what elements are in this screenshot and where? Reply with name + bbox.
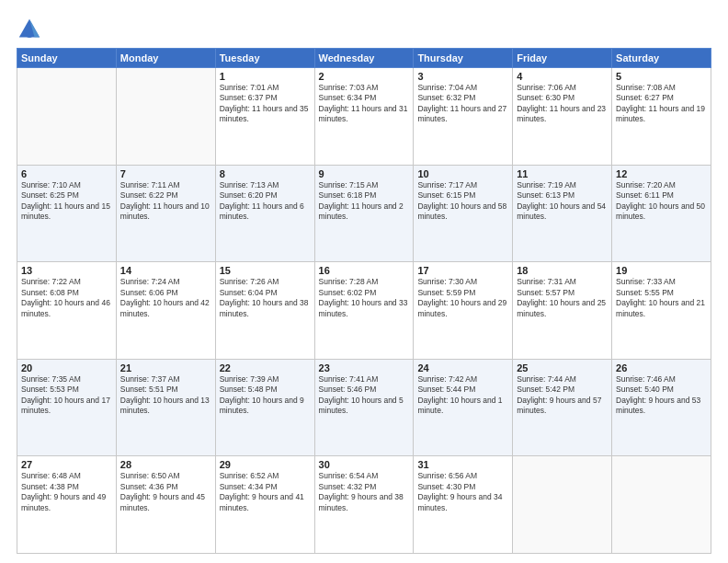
day-number: 6	[21, 168, 112, 179]
day-number: 26	[616, 362, 707, 373]
cell-details: Sunrise: 7:20 AMSunset: 6:11 PMDaylight:…	[616, 180, 707, 223]
cell-details: Sunrise: 7:30 AMSunset: 5:59 PMDaylight:…	[417, 277, 508, 319]
cell-details: Sunrise: 6:52 AMSunset: 4:34 PMDaylight:…	[220, 471, 311, 513]
calendar-cell: 24Sunrise: 7:42 AMSunset: 5:44 PMDayligh…	[414, 359, 513, 456]
day-number: 11	[517, 168, 608, 179]
day-number: 23	[319, 362, 410, 373]
logo	[17, 17, 46, 42]
cell-details: Sunrise: 7:01 AMSunset: 6:37 PMDaylight:…	[220, 83, 311, 125]
day-number: 8	[220, 168, 311, 179]
svg-point-2	[27, 31, 33, 38]
day-number: 25	[517, 362, 608, 373]
calendar-cell: 16Sunrise: 7:28 AMSunset: 6:02 PMDayligh…	[314, 262, 414, 360]
cell-details: Sunrise: 7:44 AMSunset: 5:42 PMDaylight:…	[517, 374, 608, 417]
calendar-cell: 14Sunrise: 7:24 AMSunset: 6:06 PMDayligh…	[116, 262, 215, 360]
cell-details: Sunrise: 7:19 AMSunset: 6:13 PMDaylight:…	[517, 180, 608, 223]
cell-details: Sunrise: 7:35 AMSunset: 5:53 PMDaylight:…	[21, 374, 112, 417]
day-number: 12	[616, 168, 707, 179]
calendar-cell	[612, 456, 711, 554]
calendar-cell: 13Sunrise: 7:22 AMSunset: 6:08 PMDayligh…	[17, 262, 117, 360]
page: SundayMondayTuesdayWednesdayThursdayFrid…	[0, 0, 728, 563]
day-of-week-header: Tuesday	[215, 49, 314, 68]
day-number: 2	[319, 71, 410, 82]
day-number: 14	[120, 265, 211, 276]
day-number: 16	[319, 265, 410, 276]
calendar-cell: 25Sunrise: 7:44 AMSunset: 5:42 PMDayligh…	[513, 359, 612, 456]
day-of-week-header: Friday	[513, 49, 612, 68]
day-of-week-header: Saturday	[612, 49, 711, 68]
calendar-cell: 10Sunrise: 7:17 AMSunset: 6:15 PMDayligh…	[414, 165, 513, 262]
calendar-week-row: 27Sunrise: 6:48 AMSunset: 4:38 PMDayligh…	[17, 456, 711, 554]
calendar-cell: 15Sunrise: 7:26 AMSunset: 6:04 PMDayligh…	[215, 262, 314, 360]
calendar-cell: 5Sunrise: 7:08 AMSunset: 6:27 PMDaylight…	[612, 68, 711, 166]
day-number: 20	[21, 362, 112, 373]
calendar-cell: 19Sunrise: 7:33 AMSunset: 5:55 PMDayligh…	[612, 262, 711, 360]
day-number: 13	[21, 265, 112, 276]
cell-details: Sunrise: 7:04 AMSunset: 6:32 PMDaylight:…	[417, 83, 508, 125]
calendar-cell: 1Sunrise: 7:01 AMSunset: 6:37 PMDaylight…	[215, 68, 314, 166]
day-of-week-header: Thursday	[414, 49, 513, 68]
cell-details: Sunrise: 6:50 AMSunset: 4:36 PMDaylight:…	[120, 471, 211, 513]
cell-details: Sunrise: 7:08 AMSunset: 6:27 PMDaylight:…	[616, 83, 707, 125]
calendar-cell: 11Sunrise: 7:19 AMSunset: 6:13 PMDayligh…	[513, 165, 612, 262]
day-of-week-header: Wednesday	[314, 49, 414, 68]
day-number: 18	[517, 265, 608, 276]
calendar-cell: 18Sunrise: 7:31 AMSunset: 5:57 PMDayligh…	[513, 262, 612, 360]
calendar-week-row: 6Sunrise: 7:10 AMSunset: 6:25 PMDaylight…	[17, 165, 711, 262]
calendar-cell: 6Sunrise: 7:10 AMSunset: 6:25 PMDaylight…	[17, 165, 117, 262]
day-number: 3	[417, 71, 508, 82]
cell-details: Sunrise: 7:06 AMSunset: 6:30 PMDaylight:…	[517, 83, 608, 125]
day-number: 17	[417, 265, 508, 276]
calendar-cell: 21Sunrise: 7:37 AMSunset: 5:51 PMDayligh…	[116, 359, 215, 456]
calendar-week-row: 13Sunrise: 7:22 AMSunset: 6:08 PMDayligh…	[17, 262, 711, 360]
calendar-cell: 8Sunrise: 7:13 AMSunset: 6:20 PMDaylight…	[215, 165, 314, 262]
calendar-cell: 22Sunrise: 7:39 AMSunset: 5:48 PMDayligh…	[215, 359, 314, 456]
calendar-cell: 27Sunrise: 6:48 AMSunset: 4:38 PMDayligh…	[17, 456, 117, 554]
cell-details: Sunrise: 6:54 AMSunset: 4:32 PMDaylight:…	[319, 471, 410, 513]
header	[17, 17, 711, 42]
day-number: 4	[517, 71, 608, 82]
day-number: 30	[319, 459, 410, 470]
logo-icon	[17, 17, 42, 42]
cell-details: Sunrise: 7:10 AMSunset: 6:25 PMDaylight:…	[21, 180, 112, 223]
calendar-cell	[17, 68, 117, 166]
calendar-cell	[513, 456, 612, 554]
cell-details: Sunrise: 7:26 AMSunset: 6:04 PMDaylight:…	[220, 277, 311, 319]
cell-details: Sunrise: 6:56 AMSunset: 4:30 PMDaylight:…	[417, 471, 508, 513]
calendar-cell: 2Sunrise: 7:03 AMSunset: 6:34 PMDaylight…	[314, 68, 414, 166]
day-number: 19	[616, 265, 707, 276]
cell-details: Sunrise: 7:39 AMSunset: 5:48 PMDaylight:…	[220, 374, 311, 417]
calendar-cell: 31Sunrise: 6:56 AMSunset: 4:30 PMDayligh…	[414, 456, 513, 554]
calendar-cell: 4Sunrise: 7:06 AMSunset: 6:30 PMDaylight…	[513, 68, 612, 166]
day-number: 1	[220, 71, 311, 82]
calendar-week-row: 20Sunrise: 7:35 AMSunset: 5:53 PMDayligh…	[17, 359, 711, 456]
day-number: 21	[120, 362, 211, 373]
day-number: 28	[120, 459, 211, 470]
calendar-cell: 29Sunrise: 6:52 AMSunset: 4:34 PMDayligh…	[215, 456, 314, 554]
day-number: 27	[21, 459, 112, 470]
day-number: 22	[220, 362, 311, 373]
day-number: 24	[417, 362, 508, 373]
calendar-cell: 12Sunrise: 7:20 AMSunset: 6:11 PMDayligh…	[612, 165, 711, 262]
day-number: 10	[417, 168, 508, 179]
calendar-cell: 30Sunrise: 6:54 AMSunset: 4:32 PMDayligh…	[314, 456, 414, 554]
cell-details: Sunrise: 7:15 AMSunset: 6:18 PMDaylight:…	[319, 180, 410, 223]
day-number: 7	[120, 168, 211, 179]
calendar-cell	[116, 68, 215, 166]
cell-details: Sunrise: 7:31 AMSunset: 5:57 PMDaylight:…	[517, 277, 608, 319]
calendar-cell: 23Sunrise: 7:41 AMSunset: 5:46 PMDayligh…	[314, 359, 414, 456]
calendar-week-row: 1Sunrise: 7:01 AMSunset: 6:37 PMDaylight…	[17, 68, 711, 166]
calendar-cell: 17Sunrise: 7:30 AMSunset: 5:59 PMDayligh…	[414, 262, 513, 360]
cell-details: Sunrise: 7:13 AMSunset: 6:20 PMDaylight:…	[220, 180, 311, 223]
calendar-cell: 7Sunrise: 7:11 AMSunset: 6:22 PMDaylight…	[116, 165, 215, 262]
cell-details: Sunrise: 7:24 AMSunset: 6:06 PMDaylight:…	[120, 277, 211, 319]
cell-details: Sunrise: 7:22 AMSunset: 6:08 PMDaylight:…	[21, 277, 112, 319]
cell-details: Sunrise: 7:37 AMSunset: 5:51 PMDaylight:…	[120, 374, 211, 417]
cell-details: Sunrise: 7:41 AMSunset: 5:46 PMDaylight:…	[319, 374, 410, 417]
calendar-header-row: SundayMondayTuesdayWednesdayThursdayFrid…	[17, 49, 711, 68]
cell-details: Sunrise: 7:33 AMSunset: 5:55 PMDaylight:…	[616, 277, 707, 319]
day-number: 29	[220, 459, 311, 470]
day-number: 15	[220, 265, 311, 276]
day-number: 9	[319, 168, 410, 179]
calendar-cell: 20Sunrise: 7:35 AMSunset: 5:53 PMDayligh…	[17, 359, 117, 456]
